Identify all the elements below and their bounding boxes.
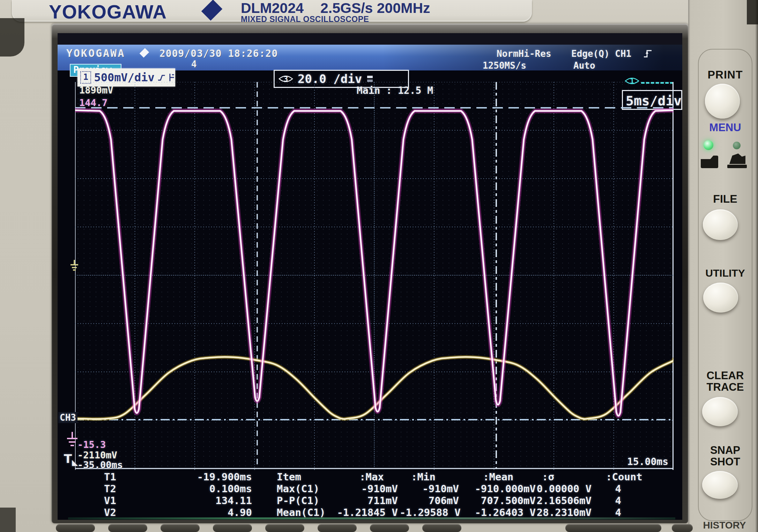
ch3-position-tab: CH3: [58, 412, 77, 423]
acquisition-mode: NormHi-Res: [497, 48, 551, 59]
lcd-bottom-glow: [68, 517, 675, 519]
print-button[interactable]: [705, 84, 740, 119]
cursor-value: 4.90: [159, 507, 252, 518]
screen-brand: YOKOGAWA: [66, 47, 125, 59]
sample-rate: 1250MS/s: [483, 60, 526, 71]
ch3-top-range: 144.7: [79, 97, 107, 108]
datetime: 2009/03/30 18:26:20: [159, 48, 278, 59]
trigger-arrow-icon: ◣: [72, 458, 78, 467]
clear-trace-label: CLEARTRACE: [697, 370, 753, 393]
led-print-ready: [704, 140, 713, 150]
utility-label: UTILITY: [697, 267, 753, 279]
ch3-ground-icon: [65, 431, 79, 450]
col-header-max: :Max: [359, 471, 384, 483]
front-panel-knob[interactable]: [422, 524, 461, 532]
acquisition-count: 4: [191, 59, 197, 69]
time-right-label: 15.00ms: [599, 456, 668, 467]
trigger-source: Edge(Q) CH1: [571, 48, 631, 59]
cursor-value: 0.100ms: [159, 483, 252, 495]
led-secondary: [733, 142, 741, 149]
history-label: HISTORY: [697, 520, 752, 531]
trigger-edge-icon: [643, 48, 652, 58]
probe-icon: [168, 73, 175, 82]
col-header-item: Item: [277, 471, 301, 483]
printer-base-icon: [727, 165, 747, 168]
col-header-mean: :Mean: [483, 471, 513, 483]
device-subtitle: MIXED SIGNAL OSCILLOSCOPE: [241, 15, 369, 24]
cursor-label: V1: [104, 495, 116, 507]
photo-shadow: [0, 508, 16, 532]
front-panel-knob[interactable]: [56, 524, 95, 532]
cursor-label: V2: [104, 507, 116, 518]
snap-shot-label: SNAPSHOT: [697, 444, 753, 467]
photo-shadow: [0, 18, 24, 57]
print-label: PRINT: [697, 68, 753, 81]
ch1-bottom-range: -2110mV: [77, 450, 117, 460]
photo-shadow: [747, 0, 758, 24]
col-header-sigma: :σ: [542, 471, 554, 483]
time-left-label: -35.00ms: [77, 459, 123, 470]
oscilloscope-device: YOKOGAWA DLM2024 2.5GS/s 200MHz MIXED SI…: [0, 0, 758, 532]
ch1-top-range: 1890mV: [79, 85, 113, 96]
trigger-position-marker: T◣: [64, 452, 78, 467]
front-panel-knob[interactable]: [318, 524, 357, 532]
file-label: FILE: [697, 193, 753, 205]
cursor-label: T2: [104, 483, 116, 495]
menu-label: MENU: [697, 121, 753, 134]
front-panel-knob[interactable]: [265, 524, 304, 532]
cursor-value: -19.900ms: [159, 471, 252, 483]
ch3-bottom-range: -15.3: [77, 439, 106, 450]
front-panel-knob[interactable]: [161, 524, 200, 532]
cursor-label: T1: [104, 471, 116, 483]
waveform-graticule: [75, 82, 674, 470]
clear-trace-button[interactable]: [702, 397, 738, 426]
cursor-value: 134.11: [159, 495, 252, 507]
front-panel-knob[interactable]: [108, 524, 147, 532]
ch1-ground-icon: [69, 259, 79, 274]
specs-label: 2.5GS/s 200MHz: [320, 0, 430, 16]
snap-shot-button[interactable]: [702, 471, 738, 499]
utility-button[interactable]: [703, 283, 738, 313]
front-panel-knob-wide[interactable]: [565, 524, 661, 532]
file-button[interactable]: [703, 209, 738, 240]
screen-top-strip: [58, 33, 682, 45]
col-header-count: :Count: [606, 471, 642, 483]
coupling-icon: [157, 73, 166, 82]
lcd-screen: YOKOGAWA 2009/03/30 18:26:20 NormHi-Res …: [58, 33, 682, 520]
front-panel-knob[interactable]: [370, 524, 409, 532]
front-panel-knob[interactable]: [672, 524, 693, 532]
trigger-mode: Auto: [573, 60, 595, 71]
front-panel-knob[interactable]: [213, 524, 252, 532]
brand-logo: YOKOGAWA: [49, 1, 167, 23]
model-label: DLM2024: [241, 0, 304, 16]
col-header-min: :Min: [411, 471, 436, 483]
